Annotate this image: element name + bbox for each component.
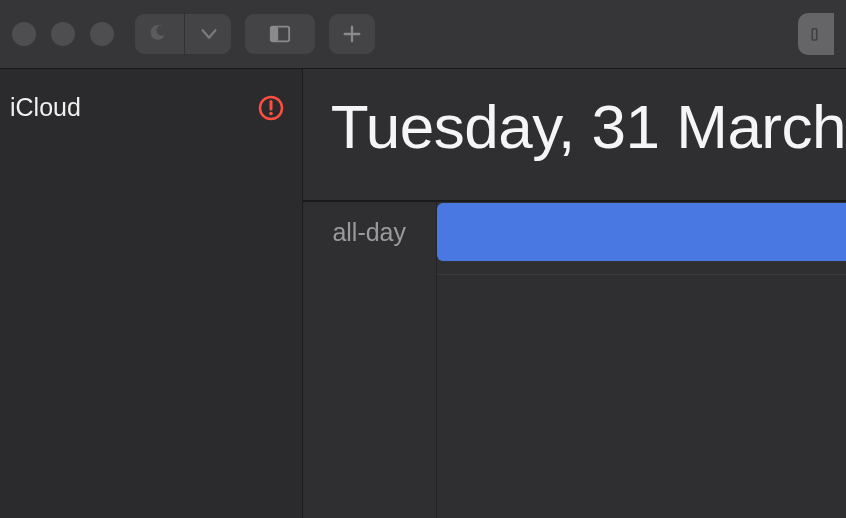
sidebar-account-row[interactable]: iCloud (0, 87, 302, 128)
plus-icon (341, 23, 363, 45)
time-gutter (303, 262, 437, 518)
appearance-button[interactable] (134, 13, 184, 55)
allday-row: all-day (303, 202, 846, 262)
allday-label-cell: all-day (303, 202, 437, 262)
moon-icon (148, 23, 170, 45)
close-window-button[interactable] (12, 22, 36, 46)
appearance-segmented-control (134, 13, 232, 55)
hour-line (437, 274, 846, 275)
today-button-partial[interactable] (798, 13, 834, 55)
alert-icon[interactable] (258, 95, 284, 121)
sidebar-account-label: iCloud (10, 93, 81, 122)
svg-point-5 (269, 111, 273, 115)
svg-rect-1 (271, 27, 278, 42)
main-area: iCloud Tuesday, 31 March all-day (0, 69, 846, 518)
chevron-down-icon (198, 23, 220, 45)
zoom-window-button[interactable] (90, 22, 114, 46)
time-body[interactable] (437, 262, 846, 518)
svg-rect-2 (812, 29, 817, 40)
sidebar: iCloud (0, 69, 303, 518)
traffic-lights (12, 22, 114, 46)
day-grid[interactable] (303, 262, 846, 518)
minimize-window-button[interactable] (51, 22, 75, 46)
allday-label: all-day (332, 218, 406, 247)
add-event-button[interactable] (328, 13, 376, 55)
calendar-content: Tuesday, 31 March all-day (303, 69, 846, 518)
sidebar-panel-icon (269, 23, 291, 45)
today-icon (810, 25, 828, 43)
toggle-sidebar-button[interactable] (244, 13, 316, 55)
appearance-dropdown[interactable] (184, 13, 232, 55)
date-header: Tuesday, 31 March (303, 69, 846, 200)
date-title: Tuesday, 31 March (331, 91, 846, 162)
toolbar (0, 0, 846, 69)
allday-event[interactable] (437, 203, 846, 261)
